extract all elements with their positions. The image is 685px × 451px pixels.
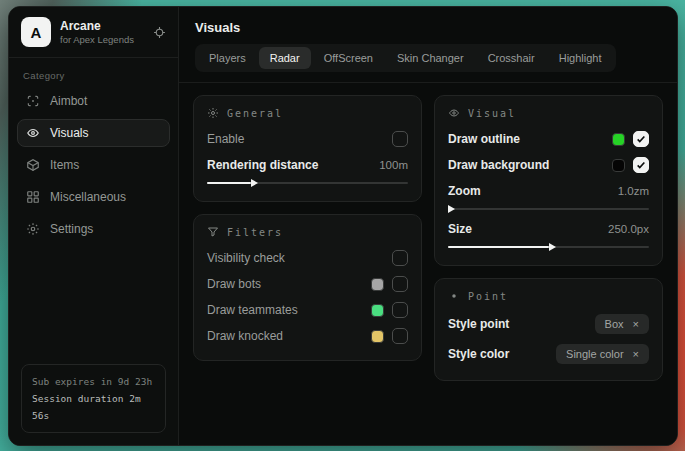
- zoom-value: 1.0zm: [618, 185, 649, 197]
- category-label: Category: [9, 58, 178, 87]
- draw-background-checkbox[interactable]: [633, 157, 649, 173]
- panel-point: Point Style point Box × Style color Sing…: [434, 278, 663, 381]
- app-window: A Arcane for Apex Legends Category Aimbo…: [8, 6, 678, 446]
- sidebar-item-miscellaneous[interactable]: Miscellaneous: [17, 183, 170, 211]
- sidebar-item-label: Visuals: [50, 126, 88, 140]
- draw-outline-label: Draw outline: [448, 132, 520, 146]
- draw-bots-checkbox[interactable]: [392, 276, 408, 292]
- zoom-slider[interactable]: [448, 204, 649, 214]
- panel-general: General Enable Rendering distance 100m: [193, 95, 422, 202]
- enable-label: Enable: [207, 132, 244, 146]
- panel-title: Filters: [227, 227, 283, 238]
- draw-teammates-color-swatch[interactable]: [371, 304, 384, 317]
- style-color-dropdown[interactable]: Single color ×: [556, 344, 649, 364]
- size-label: Size: [448, 222, 472, 236]
- draw-outline-color-swatch[interactable]: [612, 133, 625, 146]
- app-name: Arcane: [60, 19, 144, 34]
- style-point-dropdown[interactable]: Box ×: [595, 314, 649, 334]
- zoom-label: Zoom: [448, 184, 481, 198]
- app-subtitle: for Apex Legends: [60, 34, 144, 46]
- draw-teammates-checkbox[interactable]: [392, 302, 408, 318]
- rendering-distance-slider[interactable]: [207, 178, 408, 188]
- eye-scan-icon: [26, 126, 40, 140]
- rendering-distance-value: 100m: [379, 159, 408, 171]
- gear-icon: [26, 222, 40, 236]
- sidebar-item-aimbot[interactable]: Aimbot: [17, 87, 170, 115]
- size-slider[interactable]: [448, 242, 649, 252]
- sidebar-item-label: Settings: [50, 222, 93, 236]
- draw-knocked-label: Draw knocked: [207, 329, 283, 343]
- style-point-value: Box: [605, 318, 624, 330]
- panel-filters: Filters Visibility check Draw bots: [193, 214, 422, 361]
- style-color-label: Style color: [448, 347, 509, 361]
- main-area: Visuals Players Radar OffScreen Skin Cha…: [179, 7, 677, 445]
- tab-bar: Players Radar OffScreen Skin Changer Cro…: [195, 44, 616, 72]
- session-duration-text: Session duration 2m 56s: [32, 390, 155, 424]
- draw-background-label: Draw background: [448, 158, 549, 172]
- eye-icon: [448, 107, 460, 119]
- close-icon[interactable]: ×: [633, 319, 639, 330]
- draw-knocked-color-swatch[interactable]: [371, 330, 384, 343]
- grid-icon: [26, 190, 40, 204]
- crosshair-icon: [26, 94, 40, 108]
- draw-outline-checkbox[interactable]: [633, 131, 649, 147]
- app-title-block: Arcane for Apex Legends: [60, 19, 144, 46]
- tab-radar[interactable]: Radar: [259, 47, 311, 69]
- panel-visual: Visual Draw outline Draw background: [434, 95, 663, 266]
- page-title: Visuals: [195, 20, 661, 35]
- funnel-icon: [207, 226, 219, 238]
- style-color-value: Single color: [566, 348, 623, 360]
- sidebar-item-settings[interactable]: Settings: [17, 215, 170, 243]
- enable-checkbox[interactable]: [392, 131, 408, 147]
- close-icon[interactable]: ×: [633, 349, 639, 360]
- target-icon[interactable]: [153, 26, 166, 39]
- sub-expires-text: Sub expires in 9d 23h: [32, 373, 155, 390]
- sidebar-item-label: Items: [50, 158, 79, 172]
- sidebar-item-label: Aimbot: [50, 94, 87, 108]
- tab-highlight[interactable]: Highlight: [548, 47, 613, 69]
- draw-teammates-label: Draw teammates: [207, 303, 298, 317]
- tab-players[interactable]: Players: [198, 47, 257, 69]
- session-status-box: Sub expires in 9d 23h Session duration 2…: [21, 364, 166, 433]
- cube-icon: [26, 158, 40, 172]
- sidebar-header: A Arcane for Apex Legends: [9, 7, 178, 58]
- style-point-label: Style point: [448, 317, 509, 331]
- draw-knocked-checkbox[interactable]: [392, 328, 408, 344]
- tab-offscreen[interactable]: OffScreen: [313, 47, 384, 69]
- point-icon: [448, 290, 460, 302]
- draw-background-color-swatch[interactable]: [612, 159, 625, 172]
- tab-skin-changer[interactable]: Skin Changer: [386, 47, 475, 69]
- sidebar: A Arcane for Apex Legends Category Aimbo…: [9, 7, 179, 445]
- sidebar-item-label: Miscellaneous: [50, 190, 126, 204]
- sidebar-nav: Aimbot Visuals Items Miscellaneous: [9, 87, 178, 243]
- size-value: 250.0px: [608, 223, 649, 235]
- rendering-distance-label: Rendering distance: [207, 158, 318, 172]
- panel-title: Point: [468, 291, 508, 302]
- draw-bots-color-swatch[interactable]: [371, 278, 384, 291]
- panel-title: General: [227, 108, 283, 119]
- tab-crosshair[interactable]: Crosshair: [477, 47, 546, 69]
- panel-title: Visual: [468, 108, 516, 119]
- sidebar-item-items[interactable]: Items: [17, 151, 170, 179]
- gear-icon: [207, 107, 219, 119]
- sidebar-item-visuals[interactable]: Visuals: [17, 119, 170, 147]
- draw-bots-label: Draw bots: [207, 277, 261, 291]
- app-logo: A: [21, 17, 51, 47]
- visibility-check-checkbox[interactable]: [392, 250, 408, 266]
- visibility-check-label: Visibility check: [207, 251, 285, 265]
